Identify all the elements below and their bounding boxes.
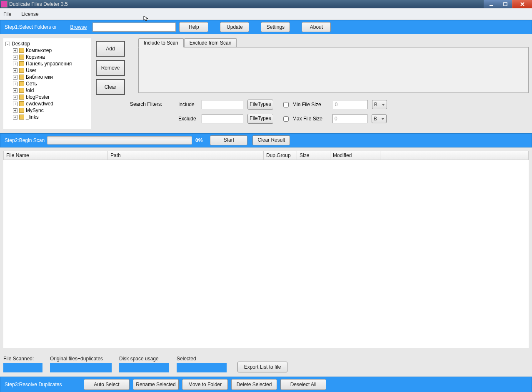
tree-node[interactable]: +Корзина [5, 54, 90, 60]
expand-icon[interactable]: + [13, 62, 17, 66]
folder-icon [19, 101, 24, 106]
expand-icon[interactable]: + [13, 88, 17, 93]
start-button[interactable]: Start [210, 135, 247, 145]
clear-button[interactable]: Clear [96, 79, 125, 95]
deselect-all-button[interactable]: Deselect All [280, 379, 326, 390]
tree-node[interactable]: +MySync [5, 107, 90, 114]
menu-license[interactable]: License [21, 11, 38, 17]
tree-node-label: ewdewdwed [26, 100, 53, 107]
expand-icon[interactable]: + [13, 102, 17, 106]
stat-selected-label: Selected [177, 356, 227, 362]
expand-icon[interactable]: + [13, 55, 17, 60]
expand-icon[interactable]: + [13, 115, 17, 120]
help-button[interactable]: Help [179, 22, 208, 32]
scan-percent: 0% [195, 137, 202, 143]
app-icon [1, 1, 7, 7]
tree-node-label: Компьютер [26, 47, 52, 54]
col-path[interactable]: Path [108, 151, 264, 160]
expand-icon[interactable]: + [13, 95, 17, 100]
folder-icon [19, 115, 24, 120]
rename-selected-button[interactable]: Rename Selected [133, 379, 179, 390]
tree-node-label: _links [26, 114, 39, 120]
folder-icon [19, 95, 24, 100]
tree-node[interactable]: +Библиотеки [5, 74, 90, 80]
col-filename[interactable]: File Name [4, 151, 108, 160]
folder-tree[interactable]: - Desktop +Компьютер+Корзина+Панель упра… [3, 38, 91, 129]
stat-orig-value [50, 363, 112, 372]
step2-bar: Step2:Begin Scan 0% Start Clear Result [0, 133, 532, 147]
col-size[interactable]: Size [297, 151, 330, 160]
window-titlebar: Dublicate Files Deleter 3.5 [0, 0, 532, 8]
tree-node[interactable]: +Компьютер [5, 47, 90, 54]
folder-icon [19, 108, 24, 113]
svg-rect-0 [490, 5, 493, 6]
max-size-checkbox[interactable] [283, 116, 289, 122]
tree-node[interactable]: +_links [5, 114, 90, 120]
include-filetypes-button[interactable]: FileTypes [247, 100, 273, 110]
max-size-input[interactable] [332, 114, 367, 123]
tab-include[interactable]: Include to Scan [138, 38, 184, 47]
tree-node-label: blogPoster [26, 94, 50, 100]
clear-result-button[interactable]: Clear Result [252, 135, 290, 145]
move-to-folder-button[interactable]: Move to Folder [182, 379, 228, 390]
minimize-button[interactable] [484, 0, 498, 8]
min-size-checkbox[interactable] [283, 102, 289, 107]
stat-scanned-label: File Scanned: [3, 356, 42, 362]
filters-title: Search Fliters: [130, 100, 167, 124]
expand-icon[interactable]: + [13, 82, 17, 86]
col-modified[interactable]: Modified [330, 151, 380, 160]
window-title: Dublicate Files Deleter 3.5 [9, 1, 68, 7]
include-input[interactable] [202, 100, 243, 109]
side-button-group: Add Remove Clear [96, 38, 125, 129]
table-body[interactable] [3, 160, 529, 348]
tree-node[interactable]: +!old [5, 87, 90, 94]
expand-icon[interactable]: + [13, 68, 17, 73]
max-size-unit[interactable]: B [372, 114, 387, 123]
exclude-label: Exclude [178, 116, 197, 122]
min-size-unit[interactable]: B [372, 100, 387, 109]
remove-button[interactable]: Remove [96, 60, 125, 76]
settings-button[interactable]: Settings [261, 22, 290, 32]
browse-link[interactable]: Browse [70, 24, 87, 30]
expand-icon[interactable]: + [13, 48, 17, 53]
tree-node[interactable]: +ewdewdwed [5, 100, 90, 107]
add-button[interactable]: Add [96, 41, 125, 57]
exclude-input[interactable] [202, 114, 243, 123]
close-button[interactable] [512, 0, 532, 8]
col-group[interactable]: Dup.Group [264, 151, 297, 160]
about-button[interactable]: About [302, 22, 331, 32]
export-button[interactable]: Export List to file [237, 362, 287, 372]
stat-scanned-value [3, 363, 42, 372]
tree-node[interactable]: +User [5, 67, 90, 74]
tree-node-label: User [26, 67, 36, 74]
tree-root-label: Desktop [12, 40, 30, 47]
tree-node-label: Корзина [26, 54, 45, 60]
auto-select-button[interactable]: Auto Select [84, 379, 130, 390]
tree-node[interactable]: +Сеть [5, 80, 90, 87]
tree-node[interactable]: +Панель управления [5, 60, 90, 67]
collapse-icon[interactable]: - [5, 42, 10, 46]
expand-icon[interactable]: + [13, 108, 17, 113]
tree-root[interactable]: - Desktop [5, 40, 90, 47]
maximize-button[interactable] [498, 0, 512, 8]
expand-icon[interactable]: + [13, 75, 17, 80]
results-table[interactable]: File Name Path Dup.Group Size Modified [3, 151, 529, 348]
exclude-filetypes-button[interactable]: FileTypes [247, 114, 273, 124]
min-size-input[interactable] [333, 100, 368, 109]
path-input[interactable] [92, 22, 176, 32]
stat-orig-label: Original files+duplicates [50, 356, 112, 362]
table-header: File Name Path Dup.Group Size Modified [3, 151, 529, 160]
menu-file[interactable]: File [3, 11, 11, 17]
step1-bar: Step1:Select Folders or Browse Help Upda… [0, 20, 532, 34]
max-size-label: Max File Size [292, 116, 322, 122]
stat-disk-label: Disk space usage [119, 356, 169, 362]
window-buttons [484, 0, 532, 8]
step2-label: Step2:Begin Scan [5, 137, 45, 143]
folder-icon [19, 61, 24, 66]
tree-node-label: Библиотеки [26, 74, 53, 80]
step1-label: Step1:Select Folders or [5, 24, 57, 30]
delete-selected-button[interactable]: Delete Selected [231, 379, 277, 390]
update-button[interactable]: Update [220, 22, 249, 32]
tab-exclude[interactable]: Exclude from Scan [184, 38, 237, 47]
tree-node[interactable]: +blogPoster [5, 94, 90, 100]
